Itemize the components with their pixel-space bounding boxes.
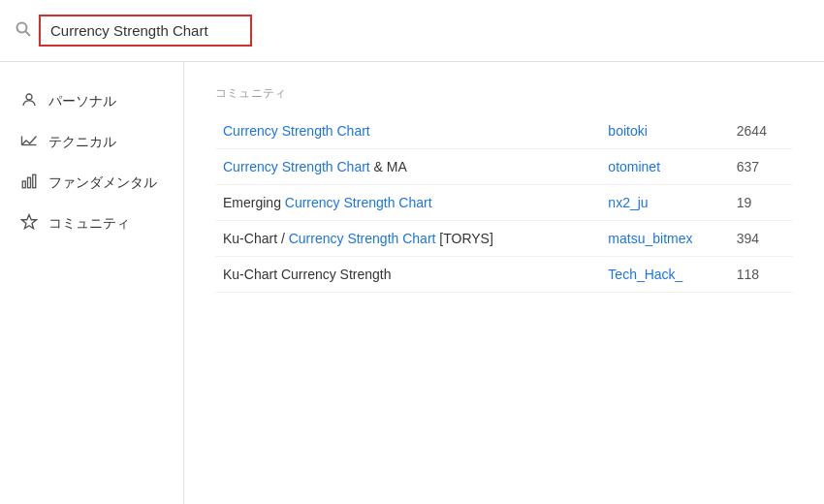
- svg-rect-6: [28, 177, 31, 188]
- result-count-5: 118: [737, 267, 759, 282]
- result-title-3: Emerging Currency Strength Chart: [223, 195, 432, 210]
- result-title-link-2a[interactable]: Currency Strength Chart: [223, 159, 370, 174]
- table-row: Ku-Chart Currency Strength Tech_Hack_ 11…: [215, 257, 793, 293]
- result-title-link-3[interactable]: Currency Strength Chart: [285, 195, 432, 210]
- result-author-1[interactable]: boitoki: [608, 123, 647, 139]
- result-title[interactable]: Currency Strength Chart: [223, 123, 370, 139]
- sidebar-item-technical[interactable]: テクニカル: [0, 122, 183, 163]
- sidebar-label-fundamental: ファンダメンタル: [48, 174, 157, 192]
- result-title-plain-5: Ku-Chart Currency Strength: [223, 267, 392, 282]
- result-author-5[interactable]: Tech_Hack_: [608, 267, 682, 282]
- result-title-plain-2: & MA: [370, 159, 407, 174]
- svg-rect-7: [33, 174, 36, 188]
- result-count-3: 19: [737, 195, 752, 210]
- content-area: コミュニティ Currency Strength Chart boitoki 2…: [184, 62, 824, 504]
- top-bar: [0, 0, 824, 62]
- result-title-plain-4b: [TORYS]: [435, 231, 492, 246]
- sidebar-item-personal[interactable]: パーソナル: [0, 81, 183, 122]
- sidebar-item-fundamental[interactable]: ファンダメンタル: [0, 163, 183, 204]
- result-count-4: 394: [737, 231, 759, 246]
- result-title-link-1[interactable]: Currency Strength Chart: [223, 123, 370, 139]
- results-table: Currency Strength Chart boitoki 2644 Cur…: [215, 113, 793, 293]
- table-row: Emerging Currency Strength Chart nx2_ju …: [215, 185, 793, 221]
- result-title-plain-4a: Ku-Chart /: [223, 231, 289, 246]
- sidebar-item-community[interactable]: コミュニティ: [0, 204, 183, 244]
- main-layout: パーソナル テクニカル ファンダメンタル: [0, 62, 824, 504]
- chart-icon: [19, 132, 39, 153]
- bar-chart-icon: [19, 173, 39, 194]
- result-author-4[interactable]: matsu_bitmex: [608, 231, 692, 246]
- sidebar: パーソナル テクニカル ファンダメンタル: [0, 62, 184, 504]
- result-title-4: Ku-Chart / Currency Strength Chart [TORY…: [223, 231, 493, 246]
- section-label: コミュニティ: [215, 85, 793, 102]
- svg-point-2: [26, 94, 32, 100]
- search-icon: [16, 21, 31, 41]
- result-title-5: Ku-Chart Currency Strength: [223, 267, 392, 282]
- result-count-1: 2644: [737, 123, 767, 139]
- svg-point-0: [17, 22, 27, 32]
- svg-line-1: [26, 31, 31, 36]
- sidebar-label-technical: テクニカル: [48, 134, 116, 151]
- person-icon: [19, 91, 39, 112]
- community-icon: [19, 213, 39, 235]
- table-row: Ku-Chart / Currency Strength Chart [TORY…: [215, 221, 793, 257]
- result-title-2: Currency Strength Chart & MA: [223, 159, 407, 174]
- result-author-3[interactable]: nx2_ju: [608, 195, 648, 210]
- svg-marker-8: [22, 215, 37, 229]
- result-title-link-4[interactable]: Currency Strength Chart: [289, 231, 436, 246]
- svg-rect-5: [22, 181, 25, 188]
- sidebar-label-community: コミュニティ: [48, 215, 130, 233]
- sidebar-label-personal: パーソナル: [48, 93, 116, 110]
- table-row: Currency Strength Chart boitoki 2644: [215, 113, 793, 149]
- result-title-plain-3a: Emerging: [223, 195, 285, 210]
- search-input[interactable]: [39, 15, 252, 47]
- table-row: Currency Strength Chart & MA otominet 63…: [215, 149, 793, 185]
- result-count-2: 637: [737, 159, 759, 174]
- result-author-2[interactable]: otominet: [608, 159, 660, 174]
